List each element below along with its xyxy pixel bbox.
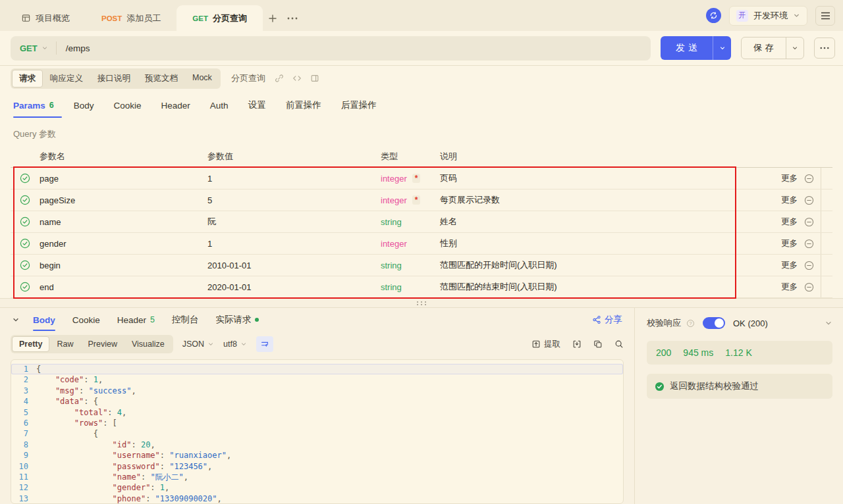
param-type[interactable]: integer: [381, 239, 440, 249]
param-enabled-checkbox[interactable]: [11, 260, 40, 270]
param-description[interactable]: 范围匹配的开始时间(入职日期): [440, 259, 757, 271]
response-tab-控制台[interactable]: 控制台: [172, 308, 199, 332]
params-tab-params[interactable]: Params6: [13, 101, 54, 111]
panel-splitter[interactable]: [0, 298, 843, 308]
request-more-button[interactable]: [814, 38, 835, 59]
link-icon[interactable]: [275, 74, 284, 83]
params-tab-后置操作[interactable]: 后置操作: [341, 99, 377, 111]
params-tab-auth[interactable]: Auth: [210, 101, 229, 111]
param-type[interactable]: integer*: [381, 195, 440, 205]
param-remove-button[interactable]: [804, 282, 814, 292]
param-name[interactable]: name: [40, 217, 207, 227]
validation-toggle[interactable]: [703, 317, 725, 329]
param-type[interactable]: string: [381, 282, 440, 292]
params-tab-cookie[interactable]: Cookie: [114, 101, 142, 111]
param-name[interactable]: page: [40, 174, 207, 184]
param-remove-button[interactable]: [804, 261, 814, 270]
tab-list-button[interactable]: [283, 5, 302, 31]
menu-button[interactable]: [815, 6, 835, 26]
view-mode-raw[interactable]: Raw: [49, 336, 80, 352]
param-more-button[interactable]: 更多: [781, 282, 798, 293]
param-name[interactable]: begin: [40, 261, 207, 270]
param-value[interactable]: 1: [207, 174, 381, 184]
send-button[interactable]: 发送: [661, 36, 713, 60]
url-path[interactable]: /emps: [57, 43, 90, 53]
response-tab-实际请求[interactable]: 实际请求: [216, 308, 259, 332]
layout-panel-icon[interactable]: [310, 74, 319, 83]
param-enabled-checkbox[interactable]: [11, 282, 40, 292]
method-select[interactable]: GET: [11, 43, 56, 53]
param-value[interactable]: 1: [207, 239, 381, 249]
request-mode-1[interactable]: 请求: [12, 70, 43, 88]
params-tab-body[interactable]: Body: [74, 101, 94, 111]
param-more-button[interactable]: 更多: [781, 238, 798, 249]
copy-button[interactable]: [593, 340, 603, 349]
response-body-code[interactable]: 1{2"code": 1,3"msg": "success",4"data": …: [11, 359, 624, 504]
tab-post-add-employee[interactable]: POST 添加员工: [86, 5, 177, 31]
chevron-down-icon[interactable]: [825, 319, 832, 327]
param-name[interactable]: end: [40, 282, 207, 292]
save-options-button[interactable]: [786, 38, 803, 59]
help-icon[interactable]: ?: [686, 319, 695, 328]
param-value[interactable]: 2020-01-01: [207, 282, 381, 292]
param-remove-button[interactable]: [804, 217, 814, 227]
param-enabled-checkbox[interactable]: [11, 238, 40, 249]
response-tab-body[interactable]: Body: [33, 308, 55, 332]
param-type[interactable]: string: [381, 261, 440, 270]
view-mode-visualize[interactable]: Visualize: [124, 336, 172, 352]
environment-label: 开发环境: [753, 10, 788, 22]
tab-project-overview[interactable]: 项目概览: [5, 5, 86, 31]
new-tab-button[interactable]: [263, 5, 283, 31]
param-value[interactable]: 5: [207, 195, 381, 205]
response-tab-header[interactable]: Header5: [117, 308, 155, 332]
params-tab-header[interactable]: Header: [161, 101, 190, 111]
param-description[interactable]: 性别: [440, 238, 757, 249]
param-more-button[interactable]: 更多: [781, 195, 798, 206]
tab-label: Params: [13, 101, 45, 111]
param-description[interactable]: 姓名: [440, 216, 757, 228]
request-mode-3[interactable]: 接口说明: [90, 70, 138, 88]
param-type[interactable]: string: [381, 217, 440, 227]
share-button[interactable]: 分享: [592, 314, 622, 326]
param-enabled-checkbox[interactable]: [11, 216, 40, 227]
tab-get-page-query[interactable]: GET 分页查询: [177, 5, 263, 31]
param-value[interactable]: 2010-01-01: [207, 261, 381, 270]
param-remove-button[interactable]: [804, 195, 814, 205]
request-mode-2[interactable]: 响应定义: [43, 70, 90, 88]
param-type[interactable]: integer*: [381, 174, 440, 184]
param-description[interactable]: 每页展示记录数: [440, 194, 757, 206]
environment-selector[interactable]: 开 开发环境: [729, 6, 807, 26]
code-icon[interactable]: [292, 74, 302, 83]
save-response-button[interactable]: [572, 340, 582, 349]
param-name[interactable]: pageSize: [40, 195, 207, 205]
param-remove-button[interactable]: [804, 239, 814, 249]
param-description[interactable]: 页码: [440, 172, 757, 184]
param-more-button[interactable]: 更多: [781, 260, 798, 271]
param-value[interactable]: 阮: [207, 216, 381, 228]
view-mode-preview[interactable]: Preview: [80, 336, 124, 352]
param-enabled-checkbox[interactable]: [11, 173, 40, 184]
request-mode-strip: 请求响应定义接口说明预览文档Mock 分页查询: [0, 66, 843, 91]
param-enabled-checkbox[interactable]: [11, 195, 40, 205]
response-tab-cookie[interactable]: Cookie: [72, 308, 100, 332]
request-mode-5[interactable]: Mock: [185, 70, 219, 88]
send-options-button[interactable]: [713, 36, 731, 60]
url-input[interactable]: GET /emps: [11, 36, 651, 61]
word-wrap-button[interactable]: [256, 336, 273, 352]
save-button[interactable]: 保存: [742, 38, 786, 59]
search-icon[interactable]: [614, 340, 624, 349]
request-mode-4[interactable]: 预览文档: [138, 70, 185, 88]
extract-button[interactable]: 提取: [531, 339, 560, 350]
view-mode-pretty[interactable]: Pretty: [12, 336, 49, 352]
param-more-button[interactable]: 更多: [781, 216, 798, 228]
param-more-button[interactable]: 更多: [781, 173, 798, 184]
collapse-response-icon[interactable]: [12, 316, 20, 324]
param-description[interactable]: 范围匹配的结束时间(入职日期): [440, 281, 757, 293]
format-select[interactable]: JSON: [182, 340, 214, 349]
param-name[interactable]: gender: [40, 239, 207, 249]
params-tab-前置操作[interactable]: 前置操作: [286, 99, 321, 111]
env-sync-button[interactable]: [706, 8, 721, 23]
encoding-select[interactable]: utf8: [223, 340, 247, 349]
params-tab-设置[interactable]: 设置: [248, 99, 266, 111]
param-remove-button[interactable]: [804, 174, 814, 184]
